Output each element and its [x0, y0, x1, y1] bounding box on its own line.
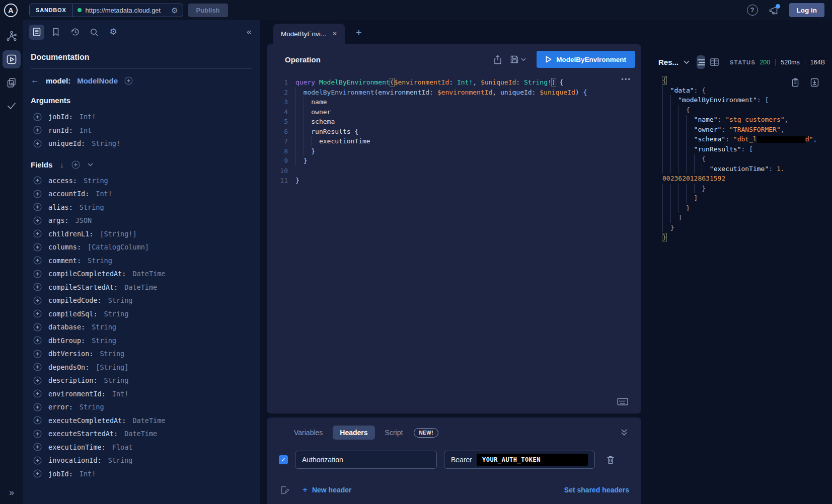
field-row[interactable]: alias:String — [31, 201, 252, 214]
pretty-view-icon[interactable] — [697, 55, 705, 69]
add-to-query-icon[interactable] — [33, 203, 42, 211]
explorer-play-icon[interactable] — [3, 50, 21, 68]
field-row[interactable]: args:JSON — [31, 214, 252, 227]
add-to-query-icon[interactable] — [33, 176, 42, 185]
field-row[interactable]: accountId:Int! — [31, 187, 252, 201]
close-tab-icon[interactable]: ✕ — [332, 30, 337, 37]
new-tab-icon[interactable]: + — [356, 27, 362, 39]
bookmark-icon[interactable] — [48, 25, 63, 40]
set-shared-headers-link[interactable]: Set shared headers — [564, 486, 629, 494]
add-all-fields-icon[interactable] — [71, 160, 80, 169]
add-to-query-icon[interactable] — [33, 456, 42, 465]
checklist-icon[interactable] — [3, 97, 21, 115]
tab-variables[interactable]: Variables — [289, 426, 328, 440]
back-arrow-icon[interactable]: ← — [31, 75, 39, 86]
field-row[interactable]: compileStartedAt:DateTime — [31, 281, 252, 294]
field-row[interactable]: description:String — [31, 374, 252, 387]
save-operation-icon[interactable] — [510, 55, 526, 64]
publish-button[interactable]: Publish — [188, 4, 228, 17]
field-row[interactable]: dbtGroup:String — [31, 334, 252, 348]
field-row[interactable]: executeCompletedAt:DateTime — [31, 414, 252, 428]
add-field-to-query-icon[interactable] — [124, 76, 133, 85]
add-to-query-icon[interactable] — [33, 336, 42, 345]
add-to-query-icon[interactable] — [33, 256, 42, 265]
add-to-query-icon[interactable] — [33, 469, 42, 478]
breadcrumb-type-link[interactable]: ModelNode — [77, 76, 118, 85]
sort-fields-icon[interactable]: ↓ — [60, 160, 64, 169]
field-row[interactable]: dependsOn:[String] — [31, 361, 252, 374]
add-to-query-icon[interactable] — [33, 229, 42, 238]
field-row[interactable]: executeStartedAt:DateTime — [31, 427, 252, 441]
add-to-query-icon[interactable] — [33, 243, 42, 251]
add-to-query-icon[interactable] — [33, 403, 42, 411]
field-row[interactable]: access:String — [31, 174, 252, 188]
response-dropdown-chevron-icon[interactable] — [684, 60, 690, 64]
header-key-input[interactable] — [295, 451, 437, 469]
add-to-query-icon[interactable] — [33, 139, 42, 148]
endpoint-settings-gear-icon[interactable]: ⚙ — [171, 7, 178, 14]
tab-headers[interactable]: Headers — [333, 426, 374, 440]
field-row[interactable]: columns:[CatalogColumn] — [31, 240, 252, 254]
delete-header-icon[interactable] — [606, 455, 615, 465]
add-to-query-icon[interactable] — [33, 283, 42, 291]
schema-graph-icon[interactable] — [3, 27, 21, 45]
login-button[interactable]: Log in — [789, 3, 825, 17]
field-row[interactable]: environmentId:Int! — [31, 387, 252, 401]
add-to-query-icon[interactable] — [33, 113, 42, 121]
add-to-query-icon[interactable] — [33, 190, 42, 198]
share-operation-icon[interactable] — [493, 55, 502, 64]
operation-more-options-icon[interactable]: ••• — [621, 75, 631, 83]
field-row[interactable]: dbtVersion:String — [31, 347, 252, 361]
field-row[interactable]: childrenL1:[String!] — [31, 227, 252, 241]
argument-row[interactable]: uniqueId:String! — [31, 137, 252, 150]
add-to-query-icon[interactable] — [33, 126, 42, 134]
field-row[interactable]: jobId:Int! — [31, 467, 252, 481]
add-to-query-icon[interactable] — [33, 443, 42, 451]
auth-token-value[interactable]: YOUR_AUTH_TOKEN — [477, 454, 588, 466]
endpoint-url-segment[interactable]: https://metadata.cloud.get ⚙ — [73, 7, 183, 14]
documentation-icon[interactable] — [29, 25, 44, 40]
edit-as-json-icon[interactable] — [280, 485, 289, 495]
announcements-icon[interactable] — [769, 6, 779, 15]
header-enabled-checkbox[interactable]: ✓ — [279, 455, 288, 464]
argument-row[interactable]: jobId:Int! — [31, 110, 252, 124]
add-to-query-icon[interactable] — [33, 430, 42, 438]
collections-icon[interactable] — [3, 73, 21, 92]
add-to-query-icon[interactable] — [33, 309, 42, 318]
operation-tab[interactable]: ModelByEnvi... ✕ — [273, 24, 345, 44]
new-header-button[interactable]: + New header — [302, 485, 352, 495]
add-to-query-icon[interactable] — [33, 323, 42, 331]
add-to-query-icon[interactable] — [33, 416, 42, 425]
run-operation-button[interactable]: ModelByEnvironment — [537, 51, 635, 68]
field-row[interactable]: comment:String — [31, 254, 252, 268]
field-row[interactable]: compileCompletedAt:DateTime — [31, 267, 252, 281]
add-to-query-icon[interactable] — [33, 389, 42, 398]
field-row[interactable]: error:String — [31, 400, 252, 414]
download-response-icon[interactable] — [810, 78, 819, 87]
field-row[interactable]: invocationId:String — [31, 454, 252, 467]
add-to-query-icon[interactable] — [33, 350, 42, 358]
field-row[interactable]: executionTime:Float — [31, 441, 252, 454]
collapse-panel-icon[interactable] — [620, 429, 628, 436]
history-icon[interactable] — [67, 25, 83, 40]
help-icon[interactable]: ? — [747, 5, 758, 16]
add-to-query-icon[interactable] — [33, 376, 42, 385]
add-to-query-icon[interactable] — [33, 296, 42, 305]
argument-row[interactable]: runId:Int — [31, 124, 252, 137]
field-row[interactable]: compiledCode:String — [31, 294, 252, 307]
tab-script[interactable]: Script — [380, 426, 408, 440]
settings-gear-icon[interactable]: ⚙ — [106, 25, 121, 40]
endpoint-url[interactable]: https://metadata.cloud.get — [86, 7, 168, 14]
copy-response-icon[interactable] — [791, 78, 799, 87]
expand-rail-icon[interactable]: » — [9, 487, 14, 498]
keyboard-shortcuts-icon[interactable] — [617, 398, 628, 405]
collapse-sidebar-icon[interactable]: « — [247, 27, 252, 37]
graphql-editor[interactable]: 1query ModelByEnvironment($environmentId… — [267, 77, 641, 186]
add-to-query-icon[interactable] — [33, 363, 42, 371]
field-row[interactable]: database:String — [31, 320, 252, 334]
fields-options-chevron-icon[interactable] — [88, 163, 93, 166]
add-to-query-icon[interactable] — [33, 216, 42, 225]
table-view-icon[interactable] — [710, 55, 719, 69]
add-to-query-icon[interactable] — [33, 270, 42, 278]
search-icon[interactable] — [87, 25, 102, 40]
